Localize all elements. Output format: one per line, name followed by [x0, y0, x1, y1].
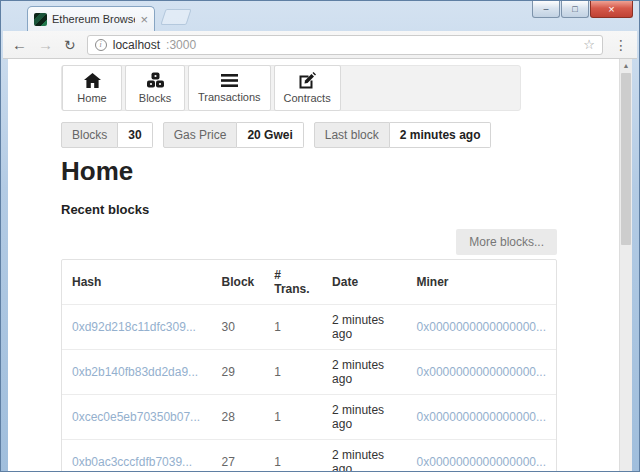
stat-label: Gas Price [163, 122, 238, 148]
block-hash-link[interactable]: 0xb0ac3cccfdfb7039... [72, 455, 192, 469]
list-icon [220, 73, 239, 88]
ethereum-favicon [34, 13, 47, 26]
col-trans: # Trans. [264, 260, 322, 305]
window-titlebar[interactable]: Ethereum Browser × – □ × [1, 1, 639, 31]
blocks-table: Hash Block # Trans. Date Miner 0xd92d218… [62, 260, 556, 471]
col-date: Date [322, 260, 406, 305]
block-date: 2 minutes ago [322, 350, 406, 395]
nav-label: Transactions [198, 91, 261, 103]
restore-button[interactable]: □ [561, 1, 589, 18]
nav-label: Home [77, 92, 106, 104]
page-viewport: Home Blocks [8, 59, 632, 471]
block-date: 2 minutes ago [322, 395, 406, 440]
new-tab-button[interactable] [160, 9, 191, 25]
url-port: :3000 [166, 38, 196, 52]
miner-link[interactable]: 0x0000000000000000... [417, 320, 546, 334]
block-hash-link[interactable]: 0xcec0e5eb70350b07... [72, 410, 200, 424]
stat-label: Last block [314, 122, 390, 148]
nav-home-button[interactable]: Home [62, 65, 122, 111]
blocks-table-body: 0xd92d218c11dfc309... 30 1 2 minutes ago… [62, 305, 556, 472]
blocks-icon [146, 72, 165, 89]
miner-link[interactable]: 0x0000000000000000... [417, 365, 546, 379]
nav-blocks-button[interactable]: Blocks [125, 65, 185, 111]
back-icon[interactable]: ← [12, 37, 27, 52]
stat-gas-price: Gas Price 20 Gwei [163, 122, 304, 148]
tab-title: Ethereum Browser [52, 13, 135, 25]
nav-contracts-button[interactable]: Contracts [274, 65, 341, 111]
edit-icon [298, 72, 316, 89]
reload-icon[interactable]: ↻ [64, 38, 76, 52]
miner-link[interactable]: 0x0000000000000000... [417, 455, 546, 469]
tx-count: 1 [264, 350, 322, 395]
block-number: 30 [212, 305, 265, 350]
table-row: 0xd92d218c11dfc309... 30 1 2 minutes ago… [62, 305, 556, 350]
miner-link[interactable]: 0x0000000000000000... [417, 410, 546, 424]
close-button[interactable]: × [590, 1, 633, 18]
stat-blocks: Blocks 30 [61, 122, 153, 148]
tab-close-icon[interactable]: × [140, 13, 148, 26]
browser-menu-icon[interactable]: ⋮ [614, 37, 628, 53]
table-header-row: Hash Block # Trans. Date Miner [62, 260, 556, 305]
nav-label: Blocks [139, 92, 171, 104]
table-row: 0xcec0e5eb70350b07... 28 1 2 minutes ago… [62, 395, 556, 440]
block-hash-link[interactable]: 0xd92d218c11dfc309... [72, 320, 196, 334]
app-nav: Home Blocks [61, 65, 521, 111]
block-number: 29 [212, 350, 265, 395]
page-content: Home Blocks [61, 65, 557, 471]
nav-label: Contracts [284, 92, 331, 104]
stats-bar: Blocks 30 Gas Price 20 Gwei Last block 2… [61, 122, 557, 148]
nav-transactions-button[interactable]: Transactions [188, 65, 271, 111]
block-date: 2 minutes ago [322, 440, 406, 472]
tx-count: 1 [264, 305, 322, 350]
col-hash: Hash [62, 260, 212, 305]
tx-count: 1 [264, 395, 322, 440]
url-host: localhost [113, 38, 160, 52]
col-block: Block [212, 260, 265, 305]
window-controls: – □ × [531, 1, 633, 18]
forward-icon[interactable]: → [38, 37, 53, 52]
page-title: Home [61, 156, 557, 186]
browser-toolbar: ← → ↻ i localhost:3000 ☆ ⋮ [3, 31, 637, 59]
block-date: 2 minutes ago [322, 305, 406, 350]
scroll-up-icon[interactable]: ▲ [620, 59, 632, 72]
table-actions: More blocks... [61, 229, 557, 255]
stat-value: 30 [118, 122, 152, 148]
more-blocks-button[interactable]: More blocks... [456, 229, 557, 255]
browser-tab[interactable]: Ethereum Browser × [27, 6, 155, 31]
stat-last-block: Last block 2 minutes ago [314, 122, 492, 148]
scrollbar-thumb[interactable] [621, 73, 631, 245]
bookmark-star-icon[interactable]: ☆ [583, 37, 595, 52]
minimize-button[interactable]: – [532, 1, 560, 18]
site-info-icon[interactable]: i [95, 39, 107, 51]
section-title: Recent blocks [61, 202, 557, 217]
browser-window: Ethereum Browser × – □ × ← → ↻ i localho… [0, 0, 640, 472]
block-number: 28 [212, 395, 265, 440]
stat-value: 20 Gwei [237, 122, 303, 148]
stat-value: 2 minutes ago [390, 122, 492, 148]
blocks-table-card: Hash Block # Trans. Date Miner 0xd92d218… [61, 259, 557, 471]
address-bar[interactable]: i localhost:3000 ☆ [87, 35, 603, 55]
stat-label: Blocks [61, 122, 118, 148]
block-hash-link[interactable]: 0xb2b140fb83dd2da9... [72, 365, 198, 379]
col-miner: Miner [407, 260, 556, 305]
page-scrollbar[interactable]: ▲ [619, 59, 632, 471]
home-icon [83, 72, 102, 89]
table-row: 0xb2b140fb83dd2da9... 29 1 2 minutes ago… [62, 350, 556, 395]
block-number: 27 [212, 440, 265, 472]
table-row: 0xb0ac3cccfdfb7039... 27 1 2 minutes ago… [62, 440, 556, 472]
tx-count: 1 [264, 440, 322, 472]
